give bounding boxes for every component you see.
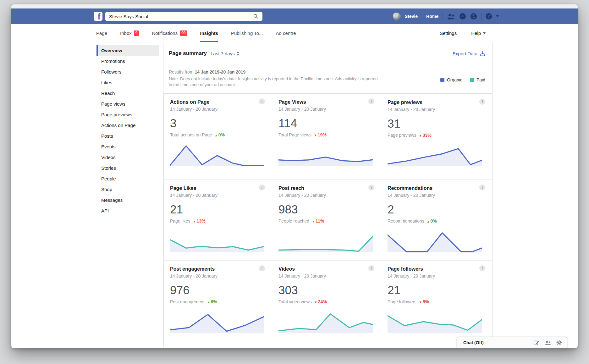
sidebar-item[interactable]: Messages bbox=[96, 195, 159, 206]
legend-swatch bbox=[470, 78, 474, 82]
facebook-logo-icon[interactable]: f bbox=[94, 12, 102, 21]
metric-delta: ▲0% bbox=[427, 218, 437, 223]
add-person-icon[interactable] bbox=[545, 340, 551, 346]
sidebar-item[interactable]: Stories bbox=[96, 163, 159, 174]
chat-status-label: Chat (Off) bbox=[463, 340, 484, 345]
topbar-right-cluster: Stevie Home bbox=[393, 8, 499, 24]
metric-title: Recommendations bbox=[388, 185, 485, 191]
metric-label-row: Page followers ▼5% bbox=[388, 299, 485, 304]
nav-tab-label: Insights bbox=[200, 30, 218, 36]
metric-value: 983 bbox=[278, 204, 374, 216]
help-menu[interactable]: Help bbox=[471, 30, 486, 36]
export-data-label: Export Data bbox=[453, 51, 477, 56]
sidebar-item[interactable]: Overview bbox=[96, 45, 159, 56]
badge: 9 bbox=[134, 30, 139, 36]
friend-requests-icon[interactable] bbox=[447, 13, 455, 20]
sidebar-item[interactable]: Likes bbox=[96, 77, 159, 88]
metric-card[interactable]: i Post reach 14 January - 20 January 983… bbox=[272, 179, 381, 260]
metric-date-range: 14 January - 20 January bbox=[278, 107, 374, 112]
metric-label-row: Page likes ▼13% bbox=[170, 218, 265, 223]
avatar[interactable] bbox=[393, 12, 401, 20]
metric-card[interactable]: i Actions on Page 14 January - 20 Januar… bbox=[163, 94, 272, 179]
account-menu-chevron-icon[interactable] bbox=[496, 15, 499, 17]
search-input[interactable] bbox=[105, 12, 249, 21]
question-glyph: ? bbox=[487, 14, 490, 19]
info-glyph: i bbox=[482, 266, 483, 271]
messenger-icon[interactable] bbox=[459, 13, 466, 20]
metric-value: 303 bbox=[278, 284, 374, 297]
chart-legend: Organic Paid bbox=[440, 77, 485, 82]
sidebar-item[interactable]: Videos bbox=[96, 152, 159, 163]
sidebar-item[interactable]: Actions on Page bbox=[96, 120, 159, 131]
sparkline-chart bbox=[388, 310, 482, 334]
nav-tab[interactable]: Page bbox=[96, 24, 107, 42]
badge: 99 bbox=[180, 30, 187, 36]
sidebar-item[interactable]: Followers bbox=[96, 67, 159, 77]
topbar-divider bbox=[443, 13, 443, 20]
new-message-icon[interactable] bbox=[533, 340, 539, 346]
metric-card[interactable]: i Page Likes 14 January - 20 January 21 … bbox=[163, 179, 272, 260]
metric-cards-grid: i Actions on Page 14 January - 20 Januar… bbox=[163, 94, 492, 348]
delta-arrow-icon: ▼ bbox=[312, 220, 315, 223]
nav-tab[interactable]: Publishing To... bbox=[231, 24, 263, 42]
home-link[interactable]: Home bbox=[426, 14, 438, 19]
facebook-topbar: f Stevie Home bbox=[11, 8, 578, 24]
sidebar-item[interactable]: Page views bbox=[96, 99, 159, 109]
metric-label: Recommendations bbox=[388, 218, 424, 223]
timezone-note-line1: Note: Does not include today's data. Ins… bbox=[169, 76, 389, 82]
delta-arrow-icon: ▲ bbox=[207, 301, 210, 304]
export-data-button[interactable]: Export Data bbox=[453, 51, 485, 56]
metric-title: Page Views bbox=[278, 99, 374, 105]
nav-tab-label: Page bbox=[96, 30, 107, 36]
metric-value: 31 bbox=[388, 118, 485, 130]
metric-card[interactable]: i Videos 14 January - 20 January 303 Tot… bbox=[272, 260, 381, 346]
nav-tab[interactable]: Notifications 99 bbox=[152, 24, 187, 42]
sidebar-item[interactable]: Shop bbox=[96, 184, 159, 195]
metric-label-row: Recommendations ▲0% bbox=[388, 218, 485, 223]
sidebar-item[interactable]: API bbox=[96, 206, 159, 216]
sort-arrows-icon bbox=[237, 52, 239, 55]
search-button[interactable] bbox=[249, 12, 262, 21]
page-nav-right: Settings Help bbox=[440, 24, 486, 42]
metric-label-row: Total video views ▼24% bbox=[278, 299, 374, 304]
metric-label-row: Post engagement ▲6% bbox=[170, 299, 265, 304]
sidebar-item[interactable]: Promotions bbox=[96, 56, 159, 67]
metric-card[interactable]: i Post engagements 14 January - 20 Janua… bbox=[163, 260, 272, 346]
metric-title: Page Likes bbox=[170, 185, 265, 191]
chat-bar[interactable]: Chat (Off) bbox=[457, 337, 567, 348]
sidebar-item[interactable]: Page previews bbox=[96, 109, 159, 120]
info-glyph: i bbox=[261, 99, 262, 104]
date-range-selector[interactable]: Last 7 days bbox=[211, 51, 239, 56]
nav-tab-label: Inbox bbox=[120, 30, 132, 36]
metric-card[interactable]: i Page followers 14 January - 20 January… bbox=[381, 260, 492, 346]
legend-label: Paid bbox=[476, 77, 485, 82]
info-glyph: i bbox=[371, 185, 372, 190]
notifications-globe-icon[interactable] bbox=[470, 13, 477, 20]
download-icon bbox=[480, 51, 485, 56]
facebook-f-letter: f bbox=[98, 13, 101, 21]
settings-link[interactable]: Settings bbox=[440, 30, 457, 36]
help-icon[interactable]: ? bbox=[486, 13, 492, 19]
info-glyph: i bbox=[482, 99, 483, 104]
help-label: Help bbox=[471, 30, 481, 36]
metric-label: Page followers bbox=[388, 299, 416, 304]
content-area: Overview Promotions Followers Likes Reac… bbox=[11, 42, 578, 348]
metric-card[interactable]: i Page Views 14 January - 20 January 114… bbox=[272, 94, 381, 179]
sparkline-chart bbox=[170, 143, 264, 167]
sidebar-item[interactable]: Events bbox=[96, 141, 159, 152]
chat-settings-gear-icon[interactable] bbox=[556, 340, 562, 345]
metric-card[interactable]: i Recommendations 14 January - 20 Januar… bbox=[381, 179, 492, 260]
metric-delta: ▲0% bbox=[215, 132, 225, 137]
metric-card[interactable]: i Page previews 14 January - 20 January … bbox=[381, 94, 492, 179]
sparkline-chart bbox=[388, 229, 482, 253]
sidebar-item[interactable]: Reach bbox=[96, 88, 159, 99]
metric-date-range: 14 January - 20 January bbox=[388, 273, 485, 279]
legend-swatch bbox=[440, 78, 444, 82]
nav-tab[interactable]: Ad centre bbox=[276, 24, 296, 42]
nav-tab[interactable]: Inbox 9 bbox=[120, 24, 139, 42]
nav-tab[interactable]: Insights bbox=[200, 24, 218, 42]
profile-link[interactable]: Stevie bbox=[405, 14, 418, 19]
metric-title: Post engagements bbox=[170, 266, 265, 272]
sidebar-item[interactable]: Posts bbox=[96, 131, 159, 141]
sidebar-item[interactable]: People bbox=[96, 174, 159, 184]
